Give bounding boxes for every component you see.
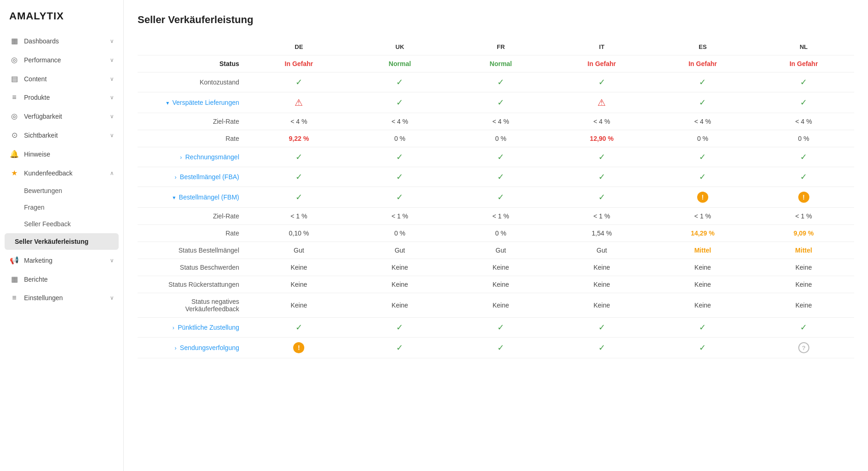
- sidebar-item-label: Dashboards: [24, 37, 110, 45]
- table-cell: !: [248, 338, 350, 358]
- expander-icon[interactable]: ›: [175, 174, 178, 181]
- expander-icon[interactable]: ▾: [173, 194, 177, 201]
- sidebar-item-label: Sichtbarkeit: [24, 132, 110, 139]
- table-cell: ✓: [652, 72, 753, 92]
- table-cell: ✓: [450, 187, 551, 208]
- table-cell: ⚠: [551, 92, 652, 113]
- table-cell: Keine: [450, 293, 551, 318]
- row-link-label[interactable]: Sendungsverfolgung: [180, 344, 239, 351]
- table-cell: ✓: [350, 147, 451, 167]
- row-label-cell: › Sendungsverfolgung: [138, 338, 248, 358]
- table-cell: In Gefahr: [551, 55, 652, 72]
- table-cell: ✓: [753, 92, 854, 113]
- sidebar-item-hinweise[interactable]: 🔔 Hinweise: [0, 145, 123, 163]
- row-link-label[interactable]: Pünktliche Zustellung: [178, 324, 239, 331]
- chevron-down-icon: ∨: [110, 132, 114, 139]
- sidebar-item-sichtbarkeit[interactable]: ⊙ Sichtbarkeit ∨: [0, 126, 123, 145]
- sidebar-nav: ▦ Dashboards ∨ ◎ Performance ∨ ▤ Content…: [0, 31, 123, 471]
- table-cell: Keine: [551, 259, 652, 276]
- table-cell: Keine: [350, 293, 451, 318]
- expander-icon[interactable]: ›: [173, 325, 176, 331]
- table-cell: ✓: [652, 147, 753, 167]
- table-cell: Keine: [248, 276, 350, 293]
- sidebar-item-marketing[interactable]: 📢 Marketing ∨: [0, 251, 123, 270]
- table-cell: Gut: [248, 242, 350, 259]
- col-header-es: ES: [652, 39, 753, 55]
- sidebar-subitem-label: Bewertungen: [24, 187, 62, 194]
- sidebar-item-content[interactable]: ▤ Content ∨: [0, 69, 123, 88]
- table-cell: Normal: [450, 55, 551, 72]
- col-header-de: DE: [248, 39, 350, 55]
- table-cell: ✓: [350, 338, 451, 358]
- table-cell: ✓: [551, 72, 652, 92]
- table-cell: 1,54 %: [551, 225, 652, 242]
- row-link-label[interactable]: Verspätete Lieferungen: [172, 99, 239, 106]
- app-logo: AMALYTIX: [0, 0, 123, 31]
- table-cell: 0 %: [450, 225, 551, 242]
- table-row: Status BeschwerdenKeineKeineKeineKeineKe…: [138, 259, 854, 276]
- chevron-down-icon: ∨: [110, 257, 114, 264]
- table-cell: ✓: [248, 72, 350, 92]
- table-cell: ✓: [450, 318, 551, 338]
- expander-icon[interactable]: ›: [175, 345, 178, 351]
- table-cell: Keine: [350, 276, 451, 293]
- sidebar-item-label: Kundenfeedback: [24, 169, 110, 177]
- dashboards-icon: ▦: [9, 36, 19, 45]
- sidebar-item-seller-verkauferleistung[interactable]: Seller Verkäuferleistung: [5, 233, 119, 250]
- sidebar-item-dashboards[interactable]: ▦ Dashboards ∨: [0, 31, 123, 50]
- table-cell: Keine: [551, 276, 652, 293]
- sidebar-item-label: Verfügbarkeit: [24, 113, 110, 120]
- row-label-cell: Rate: [138, 225, 248, 242]
- sidebar-item-fragen[interactable]: Fragen: [0, 199, 123, 216]
- sidebar-item-seller-feedback[interactable]: Seller Feedback: [0, 216, 123, 232]
- sichtbarkeit-icon: ⊙: [9, 131, 19, 139]
- row-label-cell: Status negatives Verkäuferfeedback: [138, 293, 248, 318]
- expander-icon[interactable]: ▾: [166, 100, 170, 106]
- sidebar-item-label: Hinweise: [24, 151, 114, 158]
- table-cell: ✓: [450, 338, 551, 358]
- sidebar-item-verfugbarkeit[interactable]: ◎ Verfügbarkeit ∨: [0, 107, 123, 126]
- sidebar: AMALYTIX ▦ Dashboards ∨ ◎ Performance ∨ …: [0, 0, 124, 471]
- sidebar-item-bewertungen[interactable]: Bewertungen: [0, 182, 123, 199]
- chevron-up-icon: ∧: [110, 170, 114, 176]
- sidebar-item-berichte[interactable]: ▦ Berichte: [0, 270, 123, 289]
- table-cell: In Gefahr: [248, 55, 350, 72]
- table-row: Status negatives VerkäuferfeedbackKeineK…: [138, 293, 854, 318]
- table-cell: < 1 %: [450, 208, 551, 225]
- row-link-label[interactable]: Bestellmängel (FBA): [180, 173, 239, 181]
- marketing-icon: 📢: [9, 256, 19, 265]
- table-cell: ✓: [350, 92, 451, 113]
- table-cell: ✓: [652, 167, 753, 187]
- row-link-label[interactable]: Bestellmängel (FBM): [179, 193, 239, 201]
- table-cell: 0 %: [350, 130, 451, 147]
- sidebar-item-performance[interactable]: ◎ Performance ∨: [0, 50, 123, 69]
- table-cell: 9,22 %: [248, 130, 350, 147]
- sidebar-item-einstellungen[interactable]: ≡ Einstellungen ∨: [0, 289, 123, 307]
- table-cell: ✓: [551, 167, 652, 187]
- chevron-down-icon: ∨: [110, 38, 114, 44]
- table-row: › Pünktliche Zustellung✓✓✓✓✓✓: [138, 318, 854, 338]
- sidebar-item-label: Marketing: [24, 257, 110, 264]
- row-label-cell: ▾ Verspätete Lieferungen: [138, 92, 248, 113]
- expander-icon[interactable]: ›: [180, 154, 183, 161]
- sidebar-item-produkte[interactable]: ≡ Produkte ∨: [0, 88, 123, 107]
- row-link-label[interactable]: Rechnungsmängel: [185, 153, 239, 161]
- table-cell: Keine: [652, 276, 753, 293]
- table-row: Ziel-Rate< 1 %< 1 %< 1 %< 1 %< 1 %< 1 %: [138, 208, 854, 225]
- table-cell: ✓: [350, 167, 451, 187]
- row-label-cell: Rate: [138, 130, 248, 147]
- table-cell: ✓: [551, 318, 652, 338]
- verfugbarkeit-icon: ◎: [9, 112, 19, 121]
- table-row: Rate0,10 %0 %0 %1,54 %14,29 %9,09 %: [138, 225, 854, 242]
- table-row: Ziel-Rate< 4 %< 4 %< 4 %< 4 %< 4 %< 4 %: [138, 113, 854, 130]
- table-cell: !: [652, 187, 753, 208]
- table-cell: ✓: [350, 318, 451, 338]
- row-label-cell: Kontozustand: [138, 72, 248, 92]
- sidebar-item-kundenfeedback[interactable]: ★ Kundenfeedback ∧: [0, 163, 123, 182]
- chevron-down-icon: ∨: [110, 76, 114, 82]
- table-cell: Mittel: [652, 242, 753, 259]
- sidebar-subitem-label: Seller Feedback: [24, 220, 71, 228]
- table-header-row: DE UK FR IT ES NL: [138, 39, 854, 55]
- table-cell: < 1 %: [551, 208, 652, 225]
- table-cell: ✓: [753, 147, 854, 167]
